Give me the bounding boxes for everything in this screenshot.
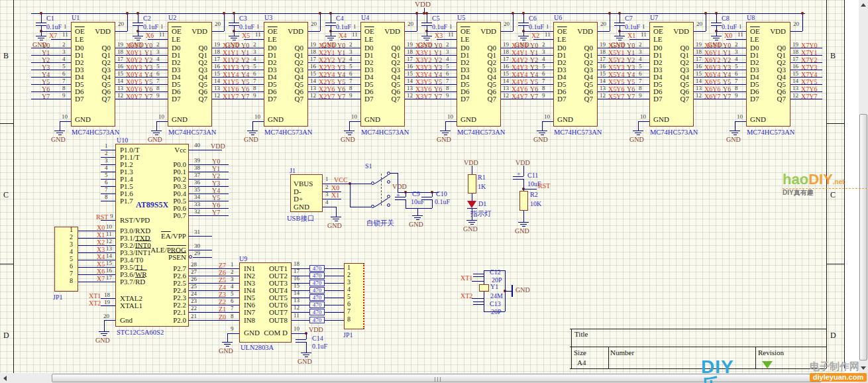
- cap-ref[interactable]: C13: [490, 300, 501, 307]
- net-label[interactable]: X2: [531, 32, 539, 39]
- net-label[interactable]: Y0: [212, 158, 220, 165]
- net-label[interactable]: X2Y2: [319, 56, 335, 64]
- net-label[interactable]: RST: [538, 182, 550, 190]
- net-label[interactable]: Y0: [42, 42, 50, 49]
- part-name[interactable]: MC74HC573AN: [747, 129, 794, 137]
- resistor-r2[interactable]: [519, 191, 528, 211]
- net-label[interactable]: VDD: [211, 142, 225, 150]
- cap-value[interactable]: 0.1uF: [46, 23, 62, 30]
- scroll-down-button[interactable]: [859, 363, 868, 373]
- net-label[interactable]: Y2: [627, 56, 635, 64]
- scroll-up-button[interactable]: [859, 0, 868, 10]
- net-label[interactable]: Y6: [337, 85, 345, 93]
- net-label[interactable]: X2: [97, 239, 105, 246]
- net-label[interactable]: X4Y1: [512, 49, 527, 56]
- net-label[interactable]: X2Y3: [319, 64, 335, 71]
- net-label[interactable]: Y2: [241, 56, 249, 64]
- net-label[interactable]: X6: [146, 32, 154, 39]
- net-label[interactable]: Y3: [723, 64, 731, 71]
- net-label[interactable]: X0Y5: [126, 78, 142, 85]
- net-label[interactable]: X5Y6: [608, 85, 624, 93]
- net-label[interactable]: VCC: [334, 176, 348, 184]
- net-label[interactable]: X1Y7: [223, 93, 239, 100]
- net-label[interactable]: X4Y3: [512, 64, 527, 71]
- net-label[interactable]: Y6: [212, 201, 220, 209]
- net-label[interactable]: Y3: [530, 64, 538, 71]
- net-label[interactable]: Y7: [530, 93, 538, 100]
- net-label[interactable]: Y1: [337, 49, 345, 56]
- net-label[interactable]: Y4: [627, 71, 635, 78]
- vdd-label[interactable]: VDD: [464, 159, 478, 166]
- net-label[interactable]: Y3: [337, 64, 345, 71]
- net-label[interactable]: X7Y2: [801, 56, 817, 64]
- net-label[interactable]: Y4: [212, 187, 220, 194]
- cap-ref[interactable]: C7: [625, 15, 633, 22]
- net-label[interactable]: RST: [96, 213, 108, 221]
- resistor-470[interactable]: 470: [309, 280, 325, 286]
- net-label[interactable]: Y1: [144, 49, 152, 56]
- part-name[interactable]: MC74HC573AN: [168, 129, 216, 137]
- resistor-470[interactable]: 470: [309, 272, 325, 279]
- cap-ref[interactable]: C10: [436, 190, 447, 197]
- net-label[interactable]: X3Y5: [415, 78, 431, 85]
- designator[interactable]: U6: [554, 14, 562, 21]
- part-name[interactable]: MC74HC573AN: [72, 129, 119, 137]
- net-label[interactable]: X3Y3: [415, 64, 431, 71]
- net-label[interactable]: X0Y2: [126, 56, 142, 64]
- resistor-470[interactable]: 470: [309, 309, 325, 315]
- cap-value[interactable]: 0.1uF: [529, 23, 544, 30]
- net-label[interactable]: X0: [331, 184, 339, 192]
- net-label[interactable]: X6Y5: [704, 78, 720, 85]
- designator[interactable]: JP1: [343, 331, 353, 339]
- cap-value[interactable]: 0.1uF: [143, 23, 158, 30]
- component-label[interactable]: 自锁开关: [366, 219, 394, 227]
- net-label[interactable]: X0Y3: [126, 64, 142, 71]
- net-label[interactable]: X0Y7: [126, 93, 142, 100]
- net-label[interactable]: X5: [97, 260, 105, 268]
- net-label[interactable]: X5: [242, 32, 250, 39]
- net-label[interactable]: Y2: [723, 56, 731, 64]
- designator[interactable]: U9: [239, 255, 247, 262]
- net-label[interactable]: Y7: [337, 93, 345, 100]
- net-label[interactable]: Y0: [434, 42, 442, 49]
- net-label[interactable]: Y2: [42, 56, 50, 64]
- net-label[interactable]: Y4: [337, 71, 345, 78]
- net-label[interactable]: Y3: [241, 64, 249, 71]
- designator[interactable]: U8: [747, 14, 755, 21]
- cap-ref[interactable]: C8: [722, 15, 730, 22]
- net-label[interactable]: X5Y3: [608, 64, 624, 71]
- net-label[interactable]: X3Y6: [415, 85, 431, 93]
- net-label[interactable]: X6Y7: [704, 93, 720, 100]
- net-label[interactable]: X0Y6: [126, 85, 142, 93]
- crystal-y1[interactable]: [479, 284, 489, 292]
- net-label[interactable]: X2Y7: [319, 93, 335, 100]
- net-label[interactable]: Y6: [434, 85, 442, 93]
- net-label[interactable]: X1: [97, 231, 105, 239]
- net-label[interactable]: X7: [97, 275, 105, 282]
- resistor-470[interactable]: 470: [309, 301, 325, 308]
- cap-ref[interactable]: C1: [46, 15, 54, 22]
- net-label[interactable]: XT2: [89, 300, 101, 307]
- net-label[interactable]: Z7: [219, 262, 226, 269]
- cap-value[interactable]: 0.1uF: [239, 23, 254, 30]
- net-label[interactable]: XT1: [89, 292, 101, 300]
- res-value[interactable]: 1K: [478, 183, 486, 190]
- net-label[interactable]: X5Y2: [608, 56, 624, 64]
- net-label[interactable]: X1Y6: [223, 85, 239, 93]
- net-label[interactable]: X6Y4: [704, 71, 720, 78]
- net-label[interactable]: X1: [331, 192, 339, 199]
- net-label[interactable]: X1Y4: [223, 71, 239, 78]
- cap-ref[interactable]: C9: [412, 190, 420, 197]
- net-label[interactable]: Y2: [144, 56, 152, 64]
- net-label[interactable]: Z0: [219, 313, 226, 321]
- net-label[interactable]: X7: [49, 32, 57, 39]
- net-label[interactable]: Y6: [144, 85, 152, 93]
- net-label[interactable]: Y1: [241, 49, 249, 56]
- net-label[interactable]: X3: [435, 32, 443, 39]
- cap-value[interactable]: 0.1uF: [312, 343, 327, 350]
- net-label[interactable]: X5Y4: [608, 71, 624, 78]
- res-ref[interactable]: R1: [478, 174, 486, 181]
- net-label[interactable]: Y0: [337, 42, 345, 49]
- part-name[interactable]: MC74HC573AN: [457, 129, 505, 137]
- cap-ref[interactable]: C12: [490, 268, 501, 276]
